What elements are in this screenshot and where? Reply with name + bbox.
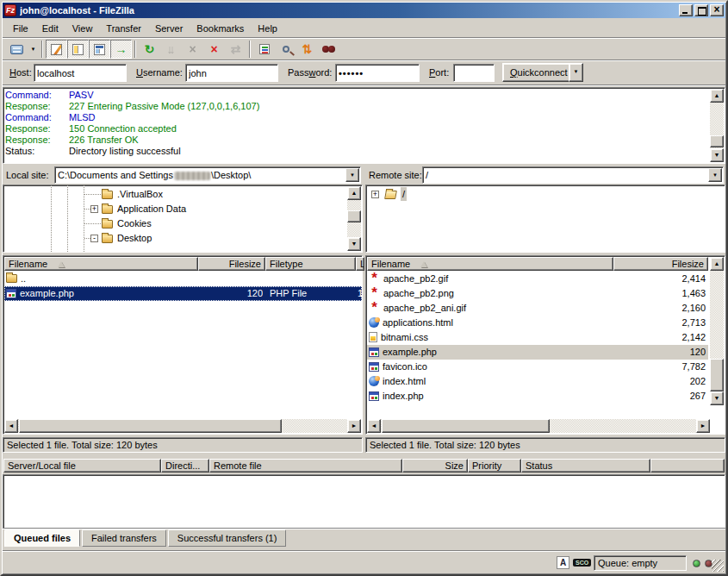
scroll-up-button[interactable] [347,186,361,200]
column-header-filename[interactable]: Filename [4,257,198,271]
password-input[interactable] [335,64,420,82]
file-row-favicon-ico[interactable]: favicon.ico7,782 [367,360,708,374]
menu-item-transfer[interactable]: Transfer [99,22,148,35]
scroll-left-button[interactable] [4,419,18,433]
password-label: Password: [288,67,332,78]
scroll-down-button[interactable] [710,391,724,405]
close-button[interactable] [710,4,724,16]
minimize-button[interactable] [679,4,693,16]
disconnect-button[interactable]: × [203,40,225,59]
log-line: Command:MLSD [5,112,707,123]
tree-item-root[interactable]: +/ [366,187,709,202]
scrollbar-thumb[interactable] [710,135,724,147]
local-site-bar: Local site: C:\Documents and Settings\De… [3,166,363,184]
quickconnect-dropdown[interactable]: ▼ [569,63,583,82]
scroll-right-button[interactable] [347,419,361,433]
queue-column-status[interactable]: Status [521,459,650,473]
toggle-remote-treeview-button[interactable] [89,40,110,59]
scrollbar-thumb[interactable] [347,210,361,222]
site-manager-icon [10,45,23,54]
tree-guide [84,209,90,210]
file-row-index-php[interactable]: index.php267 [367,389,708,404]
tab-failed-transfers[interactable]: Failed transfers [82,529,166,547]
file-row-bitnami-css[interactable]: bitnami.css2,142 [367,330,708,345]
remote-site-combo[interactable]: / [422,166,724,184]
scrollbar-thumb[interactable] [382,419,550,433]
resize-grip[interactable] [712,560,724,572]
open-site-manager-dropdown[interactable] [28,40,39,59]
remote-site-combo-arrow[interactable] [708,168,722,182]
file-row-example-php[interactable]: example.php120 [367,345,708,360]
find-files-button[interactable] [318,40,339,59]
local-site-combo-arrow[interactable] [345,168,359,182]
scroll-left-button[interactable] [367,419,381,433]
tree-item-cookies[interactable]: Cookies [3,216,346,231]
directory-comparison-button[interactable] [275,40,296,59]
menu-item-file[interactable]: File [6,22,35,35]
file-row-apache-pb2-png[interactable]: *apache_pb2.png1,463 [367,286,708,301]
remote-hscrollbar[interactable] [367,419,710,433]
collapse-icon[interactable]: - [90,235,98,242]
scroll-down-button[interactable] [710,148,724,162]
tree-item-application-data[interactable]: +Application Data [3,202,346,216]
local-tree-scrollbar[interactable] [347,186,361,251]
queue-column-remote-file[interactable]: Remote file [209,459,402,473]
file-row-item[interactable]: .. [4,272,362,286]
expand-icon[interactable]: + [371,191,379,198]
message-log-scrollbar[interactable] [710,89,724,162]
queue-status-panel: Queue: empty [594,555,687,571]
menu-item-help[interactable]: Help [251,22,284,35]
column-header-l[interactable]: L [356,257,364,271]
local-site-combo[interactable]: C:\Documents and Settings\Desktop\ [54,166,361,184]
host-label: Host: [9,67,32,78]
queue-column-server-local-file[interactable]: Server/Local file [3,459,161,473]
scrollbar-thumb[interactable] [710,359,724,391]
local-status-text: Selected 1 file. Total size: 120 bytes [3,437,363,453]
open-site-manager-button[interactable] [6,40,28,59]
file-row-index-html[interactable]: index.html202 [367,374,708,389]
port-input[interactable] [453,64,495,82]
menu-item-server[interactable]: Server [148,22,190,35]
toggle-message-log-button[interactable] [46,40,67,59]
scrollbar-thumb[interactable] [19,419,282,433]
file-row-applications-html[interactable]: applications.html2,713 [367,316,708,330]
file-row-apache-pb2-gif[interactable]: *apache_pb2.gif2,414 [367,272,708,286]
scroll-up-button[interactable] [710,257,724,271]
file-row-apache-pb2-ani-gif[interactable]: *apache_pb2_ani.gif2,160 [367,301,708,316]
local-hscrollbar[interactable] [4,419,361,433]
log-line: Status:Directory listing successful [5,146,707,157]
toggle-local-treeview-button[interactable] [67,40,89,59]
synchronized-browsing-button[interactable]: ⇅ [296,40,318,59]
column-header-filename[interactable]: Filename [367,257,613,271]
tab-successful-transfers-1[interactable]: Successful transfers (1) [168,529,287,547]
column-header-filesize[interactable]: Filesize [613,257,708,271]
column-header-filetype[interactable]: Filetype [265,257,356,271]
tree-item-virtualbox[interactable]: .VirtualBox [3,187,346,202]
queue-column-priority[interactable]: Priority [468,459,521,473]
menu-item-edit[interactable]: Edit [35,22,65,35]
remote-vscrollbar[interactable] [710,257,724,405]
log-line: Response:226 Transfer OK [5,135,707,146]
toggle-transfer-queue-button[interactable]: → [110,40,132,59]
tab-queued-files[interactable]: Queued files [4,529,80,547]
column-header-filesize[interactable]: Filesize [198,257,265,271]
queue-column-size[interactable]: Size [402,459,468,473]
menu-item-view[interactable]: View [65,22,100,35]
apache-file-icon: * [369,304,380,311]
file-row-example-php[interactable]: example.php120PHP File1 [4,286,362,301]
maximize-button[interactable] [694,4,708,16]
scroll-up-button[interactable] [710,89,724,103]
scroll-down-button[interactable] [347,237,361,251]
directory-listing-filters-button[interactable] [253,40,275,59]
expand-icon[interactable]: + [90,205,98,213]
host-input[interactable] [34,64,127,82]
quickconnect-button[interactable]: Quickconnect [502,63,576,82]
title-bar[interactable]: Fz john@localhost - FileZilla [3,3,725,18]
menu-item-bookmarks[interactable]: Bookmarks [190,22,251,35]
filezilla-window: Fz john@localhost - FileZilla FileEditVi… [0,0,728,576]
username-input[interactable] [185,64,278,82]
scroll-right-button[interactable] [696,419,710,433]
refresh-file-lists-button[interactable]: ↻ [139,40,160,59]
tree-item-desktop[interactable]: -Desktop [3,231,346,246]
queue-column-directi[interactable]: Directi... [161,459,209,473]
